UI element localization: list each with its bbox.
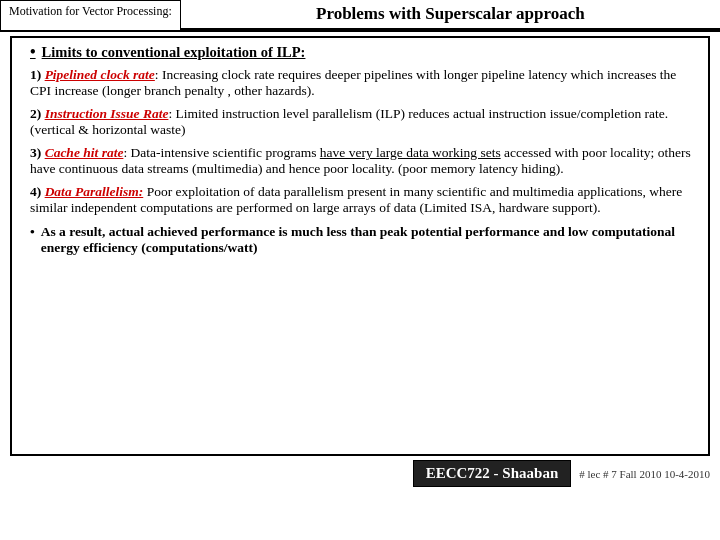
header-label: Motivation for Vector Processing: — [0, 0, 181, 30]
item-2-title: Instruction Issue Rate — [45, 106, 169, 121]
item-3-num: 3) — [30, 145, 45, 160]
item-4-title: Data Parallelism: — [45, 184, 144, 199]
bullet-result: • As a result, actual achieved performan… — [30, 224, 698, 256]
bullet-dot-2: • — [30, 224, 35, 256]
numbered-item-2: 2) Instruction Issue Rate: Limited instr… — [30, 106, 698, 138]
item-3-title: Cache hit rate — [45, 145, 124, 160]
content-box: • Limits to conventional exploitation of… — [10, 36, 710, 456]
item-3-body: : Data-intensive scientific programs hav… — [30, 145, 691, 176]
numbered-item-1: 1) Pipelined clock rate: Increasing cloc… — [30, 67, 698, 99]
numbered-item-4: 4) Data Parallelism: Poor exploitation o… — [30, 184, 698, 216]
footer-course: EECC722 - Shaaban — [413, 460, 572, 487]
header-title: Problems with Superscalar approach — [181, 0, 720, 30]
slide: Motivation for Vector Processing: Proble… — [0, 0, 720, 540]
item-1-title: Pipelined clock rate — [45, 67, 155, 82]
footer-row: EECC722 - Shaaban # lec # 7 Fall 2010 10… — [10, 460, 710, 487]
item-1-num: 1) — [30, 67, 45, 82]
header-bar: Motivation for Vector Processing: Proble… — [0, 0, 720, 32]
bullet-main-1-text: Limits to conventional exploitation of I… — [42, 44, 306, 61]
item-2-num: 2) — [30, 106, 45, 121]
bullet-result-text: As a result, actual achieved performance… — [41, 224, 698, 256]
item-3-underline: have very large data working sets — [320, 145, 501, 160]
footer-info: # lec # 7 Fall 2010 10-4-2010 — [579, 468, 710, 480]
bullet-main-1: • Limits to conventional exploitation of… — [30, 44, 698, 61]
bullet-dot-1: • — [30, 44, 36, 60]
numbered-item-3: 3) Cache hit rate: Data-intensive scient… — [30, 145, 698, 177]
item-4-num: 4) — [30, 184, 45, 199]
